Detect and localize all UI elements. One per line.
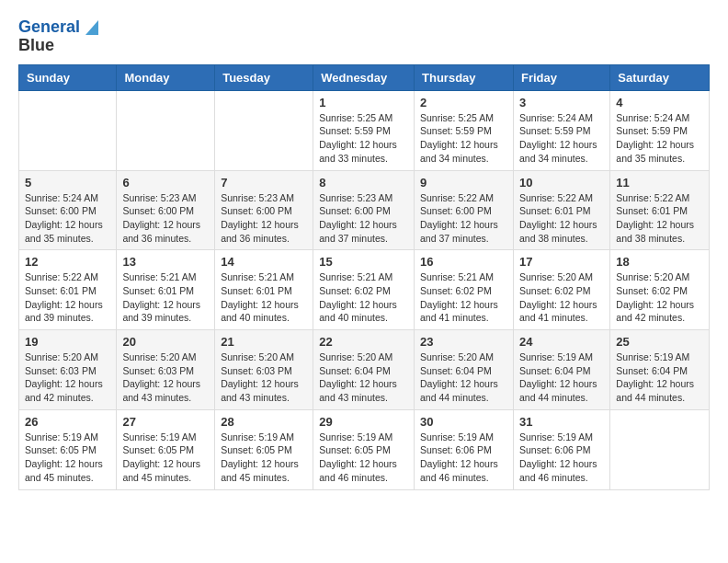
- day-number: 10: [519, 176, 604, 190]
- day-number: 15: [319, 255, 408, 269]
- weekday-header-tuesday: Tuesday: [215, 64, 313, 90]
- calendar-day-cell: 6Sunrise: 5:23 AMSunset: 6:00 PMDaylight…: [117, 170, 215, 250]
- day-info: Sunrise: 5:23 AMSunset: 6:00 PMDaylight:…: [221, 191, 307, 246]
- calendar-day-cell: 23Sunrise: 5:20 AMSunset: 6:04 PMDayligh…: [415, 330, 514, 410]
- calendar-day-cell: 11Sunrise: 5:22 AMSunset: 6:01 PMDayligh…: [610, 170, 710, 250]
- day-number: 27: [122, 415, 209, 429]
- logo-icon: [82, 17, 102, 37]
- day-info: Sunrise: 5:20 AMSunset: 6:02 PMDaylight:…: [616, 270, 703, 325]
- day-number: 13: [122, 255, 209, 269]
- day-info: Sunrise: 5:22 AMSunset: 6:00 PMDaylight:…: [420, 191, 507, 246]
- calendar-week-row: 19Sunrise: 5:20 AMSunset: 6:03 PMDayligh…: [19, 330, 710, 410]
- calendar-day-cell: 21Sunrise: 5:20 AMSunset: 6:03 PMDayligh…: [215, 330, 313, 410]
- day-info: Sunrise: 5:25 AMSunset: 5:59 PMDaylight:…: [319, 111, 408, 166]
- calendar-day-cell: [215, 90, 313, 170]
- day-number: 24: [519, 335, 604, 349]
- page-header: General Blue: [18, 18, 710, 55]
- calendar-day-cell: 27Sunrise: 5:19 AMSunset: 6:05 PMDayligh…: [117, 409, 215, 489]
- calendar-week-row: 5Sunrise: 5:24 AMSunset: 6:00 PMDaylight…: [19, 170, 710, 250]
- calendar-day-cell: [610, 409, 710, 489]
- day-info: Sunrise: 5:19 AMSunset: 6:05 PMDaylight:…: [221, 431, 307, 485]
- day-number: 22: [319, 335, 408, 349]
- day-info: Sunrise: 5:19 AMSunset: 6:05 PMDaylight:…: [25, 431, 110, 485]
- logo: General Blue: [18, 18, 102, 55]
- calendar-header-row: SundayMondayTuesdayWednesdayThursdayFrid…: [19, 64, 710, 90]
- day-number: 26: [25, 415, 110, 429]
- day-info: Sunrise: 5:20 AMSunset: 6:04 PMDaylight:…: [319, 350, 408, 405]
- calendar-week-row: 12Sunrise: 5:22 AMSunset: 6:01 PMDayligh…: [19, 250, 710, 330]
- calendar-day-cell: 28Sunrise: 5:19 AMSunset: 6:05 PMDayligh…: [215, 409, 313, 489]
- day-info: Sunrise: 5:19 AMSunset: 6:06 PMDaylight:…: [420, 431, 507, 485]
- calendar-day-cell: 3Sunrise: 5:24 AMSunset: 5:59 PMDaylight…: [513, 90, 609, 170]
- day-number: 21: [221, 335, 307, 349]
- calendar-day-cell: 17Sunrise: 5:20 AMSunset: 6:02 PMDayligh…: [513, 250, 609, 330]
- day-info: Sunrise: 5:20 AMSunset: 6:04 PMDaylight:…: [420, 350, 507, 405]
- day-info: Sunrise: 5:21 AMSunset: 6:02 PMDaylight:…: [319, 270, 408, 325]
- calendar-day-cell: 20Sunrise: 5:20 AMSunset: 6:03 PMDayligh…: [117, 330, 215, 410]
- day-number: 8: [319, 176, 408, 190]
- day-number: 29: [319, 415, 408, 429]
- day-number: 28: [221, 415, 307, 429]
- day-info: Sunrise: 5:24 AMSunset: 6:00 PMDaylight:…: [25, 191, 110, 246]
- day-info: Sunrise: 5:20 AMSunset: 6:03 PMDaylight:…: [122, 350, 209, 405]
- day-number: 4: [616, 96, 703, 109]
- calendar-day-cell: 8Sunrise: 5:23 AMSunset: 6:00 PMDaylight…: [313, 170, 415, 250]
- day-info: Sunrise: 5:24 AMSunset: 5:59 PMDaylight:…: [519, 111, 604, 166]
- day-number: 9: [420, 176, 507, 190]
- calendar-day-cell: 19Sunrise: 5:20 AMSunset: 6:03 PMDayligh…: [19, 330, 117, 410]
- calendar-day-cell: 9Sunrise: 5:22 AMSunset: 6:00 PMDaylight…: [415, 170, 514, 250]
- weekday-header-monday: Monday: [117, 64, 215, 90]
- day-info: Sunrise: 5:22 AMSunset: 6:01 PMDaylight:…: [519, 191, 604, 246]
- calendar-day-cell: 2Sunrise: 5:25 AMSunset: 5:59 PMDaylight…: [415, 90, 514, 170]
- day-number: 6: [122, 176, 209, 190]
- calendar-day-cell: 4Sunrise: 5:24 AMSunset: 5:59 PMDaylight…: [610, 90, 710, 170]
- day-info: Sunrise: 5:21 AMSunset: 6:01 PMDaylight:…: [221, 270, 307, 325]
- day-info: Sunrise: 5:19 AMSunset: 6:06 PMDaylight:…: [519, 431, 604, 485]
- day-info: Sunrise: 5:19 AMSunset: 6:05 PMDaylight:…: [319, 431, 408, 485]
- day-number: 12: [25, 255, 110, 269]
- calendar-day-cell: 24Sunrise: 5:19 AMSunset: 6:04 PMDayligh…: [513, 330, 609, 410]
- day-number: 16: [420, 255, 507, 269]
- svg-marker-0: [85, 20, 98, 35]
- day-number: 14: [221, 255, 307, 269]
- day-number: 30: [420, 415, 507, 429]
- calendar-week-row: 1Sunrise: 5:25 AMSunset: 5:59 PMDaylight…: [19, 90, 710, 170]
- calendar-day-cell: 13Sunrise: 5:21 AMSunset: 6:01 PMDayligh…: [117, 250, 215, 330]
- calendar-day-cell: 15Sunrise: 5:21 AMSunset: 6:02 PMDayligh…: [313, 250, 415, 330]
- calendar-day-cell: 26Sunrise: 5:19 AMSunset: 6:05 PMDayligh…: [19, 409, 117, 489]
- calendar-day-cell: [19, 90, 117, 170]
- day-number: 31: [519, 415, 604, 429]
- day-number: 25: [616, 335, 703, 349]
- logo-text-line2: Blue: [18, 37, 54, 55]
- calendar-day-cell: 31Sunrise: 5:19 AMSunset: 6:06 PMDayligh…: [513, 409, 609, 489]
- day-number: 19: [25, 335, 110, 349]
- day-info: Sunrise: 5:24 AMSunset: 5:59 PMDaylight:…: [616, 111, 703, 166]
- day-info: Sunrise: 5:19 AMSunset: 6:05 PMDaylight:…: [122, 431, 209, 485]
- day-number: 23: [420, 335, 507, 349]
- logo-text-line1: General: [18, 18, 80, 37]
- day-number: 18: [616, 255, 703, 269]
- calendar-day-cell: 12Sunrise: 5:22 AMSunset: 6:01 PMDayligh…: [19, 250, 117, 330]
- calendar-day-cell: 25Sunrise: 5:19 AMSunset: 6:04 PMDayligh…: [610, 330, 710, 410]
- day-info: Sunrise: 5:21 AMSunset: 6:02 PMDaylight:…: [420, 270, 507, 325]
- calendar-day-cell: [117, 90, 215, 170]
- day-number: 1: [319, 96, 408, 109]
- day-info: Sunrise: 5:23 AMSunset: 6:00 PMDaylight:…: [319, 191, 408, 246]
- calendar-day-cell: 5Sunrise: 5:24 AMSunset: 6:00 PMDaylight…: [19, 170, 117, 250]
- calendar-day-cell: 1Sunrise: 5:25 AMSunset: 5:59 PMDaylight…: [313, 90, 415, 170]
- day-info: Sunrise: 5:19 AMSunset: 6:04 PMDaylight:…: [519, 350, 604, 405]
- calendar-day-cell: 18Sunrise: 5:20 AMSunset: 6:02 PMDayligh…: [610, 250, 710, 330]
- calendar-table: SundayMondayTuesdayWednesdayThursdayFrid…: [18, 64, 710, 490]
- day-number: 17: [519, 255, 604, 269]
- day-number: 2: [420, 96, 507, 109]
- day-info: Sunrise: 5:25 AMSunset: 5:59 PMDaylight:…: [420, 111, 507, 166]
- day-info: Sunrise: 5:22 AMSunset: 6:01 PMDaylight:…: [616, 191, 703, 246]
- weekday-header-saturday: Saturday: [610, 64, 710, 90]
- day-info: Sunrise: 5:20 AMSunset: 6:03 PMDaylight:…: [25, 350, 110, 405]
- day-number: 7: [221, 176, 307, 190]
- calendar-day-cell: 22Sunrise: 5:20 AMSunset: 6:04 PMDayligh…: [313, 330, 415, 410]
- day-number: 20: [122, 335, 209, 349]
- day-number: 11: [616, 176, 703, 190]
- calendar-day-cell: 16Sunrise: 5:21 AMSunset: 6:02 PMDayligh…: [415, 250, 514, 330]
- day-info: Sunrise: 5:20 AMSunset: 6:03 PMDaylight:…: [221, 350, 307, 405]
